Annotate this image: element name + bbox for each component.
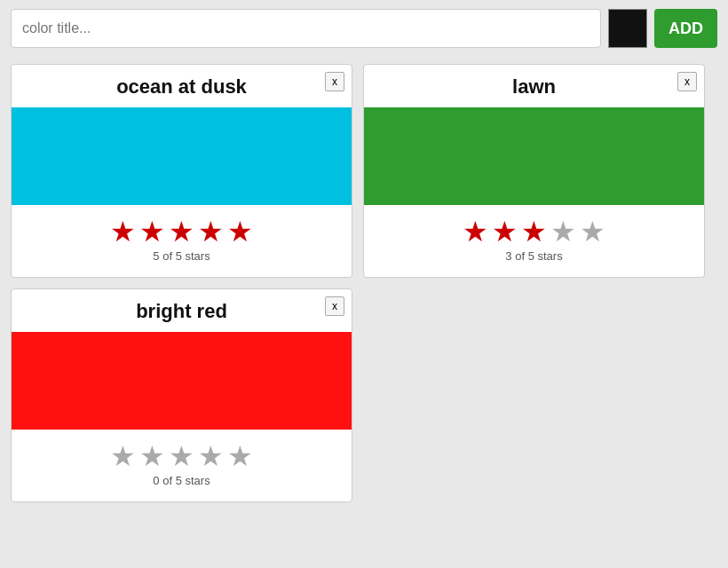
star-2[interactable]: ★ (492, 217, 518, 246)
card-close-ocean-at-dusk[interactable]: x (325, 72, 344, 91)
color-card-bright-red: xbright red★★★★★0 of 5 stars (11, 288, 352, 502)
card-rating-lawn: ★★★★★3 of 5 stars (364, 205, 704, 277)
rating-label-ocean-at-dusk: 5 of 5 stars (12, 249, 352, 263)
cards-grid: xocean at dusk★★★★★5 of 5 starsxlawn★★★★… (0, 57, 728, 520)
card-title-bright-red: bright red (12, 289, 352, 332)
card-rating-bright-red: ★★★★★0 of 5 stars (12, 430, 352, 501)
color-card-lawn: xlawn★★★★★3 of 5 stars (363, 64, 705, 278)
search-input[interactable] (11, 9, 601, 48)
card-title-ocean-at-dusk: ocean at dusk (12, 65, 352, 107)
add-button[interactable]: ADD (654, 9, 717, 48)
card-close-lawn[interactable]: x (677, 72, 697, 91)
card-title-lawn: lawn (364, 65, 704, 107)
rating-label-bright-red: 0 of 5 stars (12, 474, 352, 487)
rating-label-lawn: 3 of 5 stars (364, 249, 704, 263)
card-stars-lawn[interactable]: ★★★★★ (463, 217, 605, 246)
star-4[interactable]: ★ (198, 442, 224, 470)
color-swatch[interactable] (608, 9, 647, 48)
card-color-bar-lawn (364, 107, 704, 205)
header: ADD (0, 0, 728, 57)
star-5[interactable]: ★ (580, 217, 605, 246)
star-2[interactable]: ★ (139, 217, 165, 246)
color-card-ocean-at-dusk: xocean at dusk★★★★★5 of 5 stars (11, 64, 352, 278)
star-4[interactable]: ★ (198, 217, 224, 246)
card-close-bright-red[interactable]: x (325, 296, 344, 316)
card-color-bar-ocean-at-dusk (12, 107, 352, 205)
star-3[interactable]: ★ (521, 217, 547, 246)
star-4[interactable]: ★ (550, 217, 576, 246)
star-1[interactable]: ★ (110, 217, 136, 246)
card-rating-ocean-at-dusk: ★★★★★5 of 5 stars (12, 205, 352, 277)
card-stars-bright-red[interactable]: ★★★★★ (110, 442, 253, 470)
star-2[interactable]: ★ (139, 442, 165, 470)
star-1[interactable]: ★ (463, 217, 488, 246)
star-5[interactable]: ★ (227, 217, 253, 246)
star-3[interactable]: ★ (169, 217, 194, 246)
star-3[interactable]: ★ (169, 442, 194, 470)
star-1[interactable]: ★ (110, 442, 136, 470)
star-5[interactable]: ★ (227, 442, 253, 470)
card-color-bar-bright-red (12, 332, 352, 430)
card-stars-ocean-at-dusk[interactable]: ★★★★★ (110, 217, 253, 246)
